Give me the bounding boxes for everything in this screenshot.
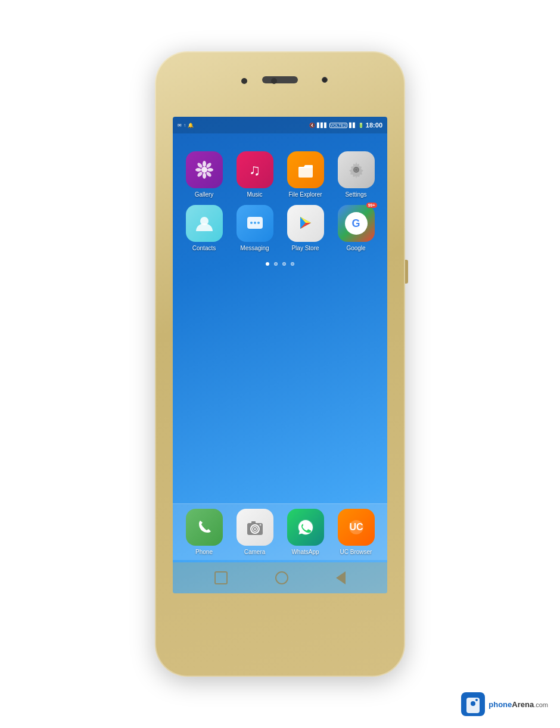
messaging-icon (237, 205, 273, 242)
uc-browser-label: UC Browser (340, 549, 372, 555)
app-file-explorer[interactable]: File Explorer (283, 151, 328, 198)
google-label: Google (346, 245, 365, 251)
page-dot-1 (266, 262, 269, 266)
bottom-bezel (155, 593, 405, 677)
notification-icon: 🔔 (188, 123, 194, 128)
phone-app-icon (186, 509, 223, 546)
home-button[interactable] (275, 571, 288, 584)
svg-point-4 (207, 168, 213, 172)
volume-icon: 🔇 (309, 123, 315, 128)
app-gallery[interactable]: Gallery (182, 151, 226, 198)
app-messaging[interactable]: Messaging (232, 205, 277, 251)
gallery-label: Gallery (195, 191, 214, 198)
phone-wrapper: ✉ ↑ 🔔 🔇 ▋▋▋ VOLTE2 ▋▋ 🔋 18:00 (137, 36, 423, 692)
email-icon: ✉ (178, 123, 182, 128)
music-icon: ♫ (237, 151, 273, 188)
sensor-right (271, 78, 277, 84)
settings-icon (338, 151, 375, 188)
svg-point-7 (196, 171, 203, 178)
app-row-1: Gallery ♫ Music (179, 151, 381, 198)
nav-bar (173, 562, 387, 593)
signal2-icon: ▋▋ (349, 123, 356, 128)
svg-rect-9 (298, 167, 313, 178)
recent-apps-button[interactable] (214, 571, 228, 584)
watermark-text: phoneArena.com (489, 699, 548, 710)
app-camera[interactable]: Camera (232, 509, 277, 555)
status-left-icons: ✉ ↑ 🔔 (178, 123, 194, 128)
top-bezel (155, 51, 405, 117)
app-row-2: Contacts Messaging (179, 205, 381, 251)
svg-point-2 (203, 173, 206, 179)
app-dock: Phone Camera (173, 503, 387, 560)
app-music[interactable]: ♫ Music (232, 151, 277, 198)
svg-point-12 (355, 169, 357, 171)
svg-point-28 (471, 701, 475, 706)
svg-point-15 (250, 222, 253, 224)
camera-app-label: Camera (244, 549, 266, 555)
page-indicators (173, 262, 387, 266)
phone-app-label: Phone (195, 549, 213, 555)
svg-point-17 (257, 222, 260, 224)
front-camera (322, 77, 328, 83)
contacts-label: Contacts (192, 245, 216, 251)
play-store-label: Play Store (291, 245, 319, 251)
status-time: 18:00 (366, 122, 382, 129)
contacts-icon (186, 205, 223, 242)
file-explorer-label: File Explorer (288, 191, 322, 198)
battery-icon: 🔋 (358, 123, 364, 128)
watermark: phoneArena.com (461, 692, 548, 716)
svg-point-0 (201, 167, 207, 173)
svg-point-3 (195, 168, 201, 172)
upload-icon: ↑ (183, 123, 186, 128)
app-google[interactable]: G 99+ Google (334, 205, 378, 251)
status-right-icons: 🔇 ▋▋▋ VOLTE2 ▋▋ 🔋 18:00 (309, 122, 382, 129)
back-button[interactable] (336, 571, 346, 584)
gallery-icon (186, 151, 223, 188)
page-dot-3 (282, 262, 286, 266)
svg-point-1 (203, 161, 206, 167)
app-uc-browser[interactable]: UC UC Browser (334, 509, 378, 555)
watermark-icon (461, 692, 485, 716)
app-grid: Gallery ♫ Music (173, 133, 387, 257)
sensor-left (241, 78, 247, 84)
phone-screen: ✉ ↑ 🔔 🔇 ▋▋▋ VOLTE2 ▋▋ 🔋 18:00 (173, 117, 387, 593)
signal-icon: ▋▋▋ (317, 123, 328, 128)
svg-point-21 (254, 528, 256, 530)
phone-body: ✉ ↑ 🔔 🔇 ▋▋▋ VOLTE2 ▋▋ 🔋 18:00 (155, 51, 405, 677)
svg-point-16 (254, 222, 256, 224)
google-icon: G 99+ (338, 205, 375, 242)
music-label: Music (247, 191, 262, 198)
app-play-store[interactable]: Play Store (283, 205, 328, 251)
svg-point-29 (475, 699, 478, 701)
messaging-label: Messaging (240, 245, 269, 251)
speaker-grille (262, 76, 298, 83)
camera-app-icon (237, 509, 273, 546)
app-contacts[interactable]: Contacts (182, 205, 226, 251)
status-bar: ✉ ↑ 🔔 🔇 ▋▋▋ VOLTE2 ▋▋ 🔋 18:00 (173, 117, 387, 133)
volte-label: VOLTE2 (329, 123, 347, 128)
app-settings[interactable]: Settings (334, 151, 378, 198)
google-badge: 99+ (366, 203, 377, 208)
page-dot-2 (274, 262, 278, 266)
whatsapp-label: WhatsApp (291, 549, 319, 555)
uc-browser-icon: UC (338, 509, 375, 546)
svg-point-5 (196, 162, 203, 169)
play-store-icon (287, 205, 324, 242)
app-whatsapp[interactable]: WhatsApp (283, 509, 328, 555)
svg-point-23 (259, 524, 261, 526)
svg-text:UC: UC (349, 522, 363, 532)
svg-rect-22 (251, 521, 256, 524)
file-explorer-icon (287, 151, 324, 188)
svg-point-6 (205, 162, 211, 169)
whatsapp-icon (287, 509, 324, 546)
app-phone[interactable]: Phone (182, 509, 226, 555)
svg-point-8 (205, 171, 211, 178)
page-dot-4 (291, 262, 294, 266)
settings-label: Settings (345, 191, 366, 198)
volume-button[interactable] (405, 260, 408, 284)
